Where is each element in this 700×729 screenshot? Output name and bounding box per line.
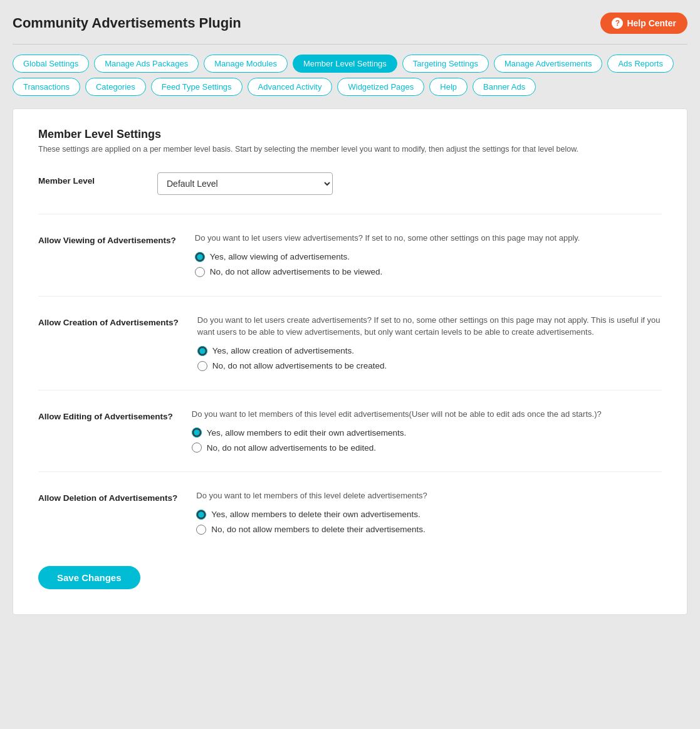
allow-editing-no-label: No, do not allow advertisements to be ed… [207, 443, 376, 453]
allow-deletion-row: Allow Deletion of Advertisements? Do you… [38, 490, 662, 535]
allow-creation-yes-label: Yes, allow creation of advertisements. [212, 346, 354, 355]
allow-editing-row: Allow Editing of Advertisements? Do you … [38, 408, 662, 453]
tab-member-level-settings[interactable]: Member Level Settings [293, 55, 397, 73]
allow-deletion-field: Do you want to let members of this level… [196, 490, 662, 535]
allow-deletion-radio-group: Yes, allow members to delete their own a… [196, 510, 662, 535]
allow-viewing-radio-group: Yes, allow viewing of advertisements. No… [195, 252, 662, 277]
allow-editing-label: Allow Editing of Advertisements? [38, 408, 173, 421]
allow-editing-yes-option[interactable]: Yes, allow members to edit their own adv… [192, 427, 662, 438]
allow-creation-no-label: No, do not allow advertisements to be cr… [212, 361, 387, 370]
allow-deletion-no-radio[interactable] [196, 525, 206, 535]
member-level-select[interactable]: Default Level Administrator Registered [157, 172, 333, 195]
tab-manage-modules[interactable]: Manage Modules [204, 55, 288, 73]
allow-deletion-description: Do you want to let members of this level… [196, 490, 662, 502]
tab-manage-advertisements[interactable]: Manage Advertisements [494, 55, 602, 73]
allow-viewing-no-option[interactable]: No, do not allow advertisements to be vi… [195, 267, 662, 277]
allow-viewing-description: Do you want to let users view advertisem… [195, 232, 662, 244]
allow-editing-description: Do you want to let members of this level… [192, 408, 662, 421]
allow-viewing-no-label: No, do not allow advertisements to be vi… [210, 267, 382, 276]
allow-creation-radio-group: Yes, allow creation of advertisements. N… [197, 346, 662, 371]
header-divider [13, 44, 687, 45]
page-title: Community Advertisements Plugin [13, 15, 241, 31]
allow-creation-yes-radio[interactable] [197, 346, 207, 356]
tab-ads-reports[interactable]: Ads Reports [607, 55, 674, 73]
allow-creation-description: Do you want to let users create advertis… [197, 314, 662, 338]
allow-editing-radio-group: Yes, allow members to edit their own adv… [192, 427, 662, 453]
allow-deletion-no-label: No, do not allow members to delete their… [211, 525, 425, 534]
member-level-label: Member Level [38, 172, 138, 186]
section-divider-3 [38, 390, 662, 391]
allow-editing-yes-label: Yes, allow members to edit their own adv… [207, 428, 406, 438]
nav-tabs: Global Settings Manage Ads Packages Mana… [13, 55, 687, 96]
member-level-row: Member Level Default Level Administrator… [38, 172, 662, 195]
save-changes-button[interactable]: Save Changes [38, 566, 140, 589]
help-center-label: Help Center [627, 18, 676, 28]
tab-feed-type-settings[interactable]: Feed Type Settings [151, 78, 243, 96]
allow-deletion-label: Allow Deletion of Advertisements? [38, 490, 177, 503]
tab-targeting-settings[interactable]: Targeting Settings [402, 55, 489, 73]
allow-creation-no-option[interactable]: No, do not allow advertisements to be cr… [197, 361, 662, 371]
allow-viewing-yes-radio[interactable] [195, 252, 205, 262]
tab-transactions[interactable]: Transactions [13, 78, 80, 96]
allow-viewing-yes-label: Yes, allow viewing of advertisements. [210, 252, 350, 261]
tab-categories[interactable]: Categories [85, 78, 146, 96]
allow-deletion-no-option[interactable]: No, do not allow members to delete their… [196, 525, 662, 535]
content-card: Member Level Settings These settings are… [13, 108, 687, 615]
allow-editing-field: Do you want to let members of this level… [192, 408, 662, 453]
member-level-field: Default Level Administrator Registered [157, 172, 662, 195]
tab-widgetized-pages[interactable]: Widgetized Pages [337, 78, 424, 96]
allow-creation-row: Allow Creation of Advertisements? Do you… [38, 314, 662, 371]
section-divider-1 [38, 214, 662, 214]
tab-manage-ads-packages[interactable]: Manage Ads Packages [94, 55, 199, 73]
allow-viewing-row: Allow Viewing of Advertisements? Do you … [38, 232, 662, 277]
allow-deletion-yes-radio[interactable] [196, 510, 206, 520]
allow-viewing-no-radio[interactable] [195, 267, 205, 277]
allow-deletion-yes-label: Yes, allow members to delete their own a… [211, 510, 420, 519]
allow-editing-no-radio[interactable] [192, 443, 202, 453]
allow-editing-no-option[interactable]: No, do not allow advertisements to be ed… [192, 443, 662, 453]
allow-viewing-label: Allow Viewing of Advertisements? [38, 232, 176, 245]
allow-viewing-yes-option[interactable]: Yes, allow viewing of advertisements. [195, 252, 662, 262]
tab-advanced-activity[interactable]: Advanced Activity [248, 78, 333, 96]
question-icon: ? [612, 18, 623, 29]
tab-help[interactable]: Help [429, 78, 468, 96]
allow-creation-yes-option[interactable]: Yes, allow creation of advertisements. [197, 346, 662, 356]
tab-banner-ads[interactable]: Banner Ads [473, 78, 536, 96]
card-subtitle: These settings are applied on a per memb… [38, 145, 662, 154]
allow-creation-no-radio[interactable] [197, 361, 207, 371]
allow-creation-field: Do you want to let users create advertis… [197, 314, 662, 371]
allow-viewing-field: Do you want to let users view advertisem… [195, 232, 662, 277]
tab-global-settings[interactable]: Global Settings [13, 55, 89, 73]
help-center-button[interactable]: ? Help Center [600, 13, 687, 34]
section-divider-4 [38, 471, 662, 472]
allow-editing-yes-radio[interactable] [192, 427, 202, 438]
section-divider-2 [38, 296, 662, 296]
card-title: Member Level Settings [38, 128, 662, 141]
allow-deletion-yes-option[interactable]: Yes, allow members to delete their own a… [196, 510, 662, 520]
allow-creation-label: Allow Creation of Advertisements? [38, 314, 179, 327]
